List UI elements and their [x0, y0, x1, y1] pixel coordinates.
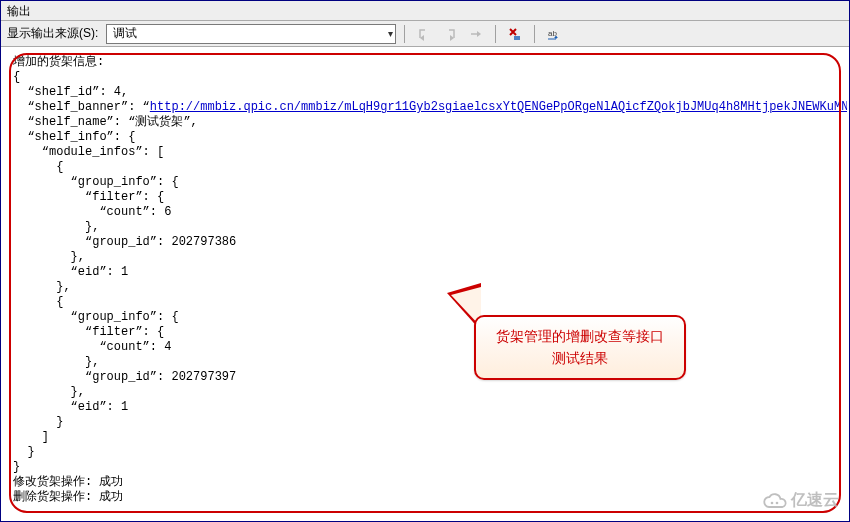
toolbar-separator: [404, 25, 405, 43]
toggle-wrap-icon[interactable]: ab: [543, 24, 565, 44]
toolbar-separator: [495, 25, 496, 43]
window-title-bar: 输出: [1, 1, 849, 21]
toolbar: 显示输出来源(S): 调试 ▾ ab: [1, 21, 849, 47]
output-text: 增加的货架信息: { “shelf_id”: 4, “shelf_banner”…: [3, 49, 847, 511]
goto-icon[interactable]: [465, 24, 487, 44]
banner-url-link[interactable]: http://mmbiz.qpic.cn/mmbiz/mLqH9gr11Gyb2…: [150, 100, 847, 114]
output-source-label: 显示输出来源(S):: [7, 25, 98, 42]
find-next-icon[interactable]: [439, 24, 461, 44]
window-title: 输出: [7, 4, 31, 18]
output-source-selected: 调试: [113, 25, 137, 42]
toolbar-separator: [534, 25, 535, 43]
output-source-select[interactable]: 调试 ▾: [106, 24, 396, 44]
clear-all-icon[interactable]: [504, 24, 526, 44]
find-prev-icon[interactable]: [413, 24, 435, 44]
chevron-down-icon: ▾: [388, 28, 393, 39]
output-content[interactable]: 增加的货架信息: { “shelf_id”: 4, “shelf_banner”…: [3, 49, 847, 519]
